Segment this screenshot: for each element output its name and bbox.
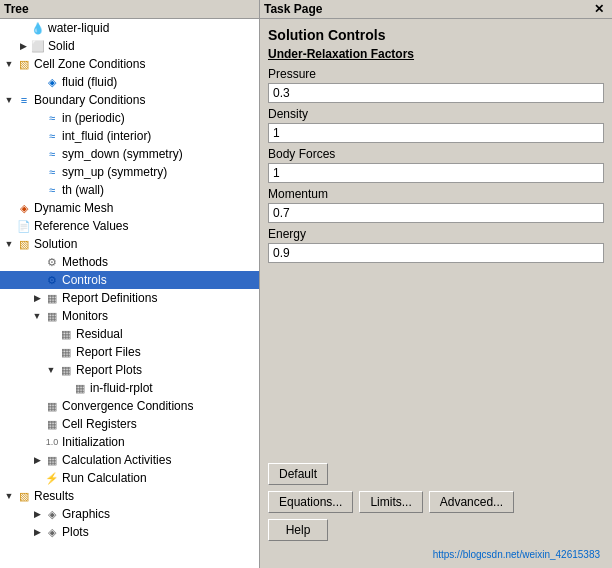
tree-item-graphics[interactable]: ◈Graphics [0,505,259,523]
expander-solution[interactable] [2,237,16,251]
expander-results[interactable] [2,489,16,503]
run-calculation-icon: ⚡ [44,470,60,486]
tree-label-cell-zone: Cell Zone Conditions [34,57,145,71]
tree-item-solid[interactable]: ⬜Solid [0,37,259,55]
field-input-body-forces[interactable] [268,163,604,183]
cell-registers-icon: ▦ [44,416,60,432]
tree-item-th-wall[interactable]: ≈th (wall) [0,181,259,199]
help-button[interactable]: Help [268,519,328,541]
field-input-momentum[interactable] [268,203,604,223]
tree-item-fluid[interactable]: ◈fluid (fluid) [0,73,259,91]
field-input-energy[interactable] [268,243,604,263]
expander-boundary[interactable] [2,93,16,107]
tree-label-convergence: Convergence Conditions [62,399,193,413]
expander-graphics[interactable] [30,507,44,521]
expander-water-liquid [16,21,30,35]
residual-icon: ▦ [58,326,74,342]
tree-item-sym-down[interactable]: ≈sym_down (symmetry) [0,145,259,163]
default-row: Default [268,463,604,485]
tree-item-reference-values[interactable]: 📄Reference Values [0,217,259,235]
tree-label-th-wall: th (wall) [62,183,104,197]
tree-item-boundary[interactable]: ≡Boundary Conditions [0,91,259,109]
expander-reference-values [2,219,16,233]
task-body: Solution Controls Under-Relaxation Facto… [260,19,612,457]
tree-label-report-defs: Report Definitions [62,291,157,305]
expander-monitors[interactable] [30,309,44,323]
tree-label-in-fluid-rplot: in-fluid-rplot [90,381,153,395]
tree-label-graphics: Graphics [62,507,110,521]
tree-label-results: Results [34,489,74,503]
field-label-energy: Energy [268,227,604,241]
tree-label-controls: Controls [62,273,107,287]
tree-item-convergence[interactable]: ▦Convergence Conditions [0,397,259,415]
tree-item-solution[interactable]: ▧Solution [0,235,259,253]
limits-button[interactable]: Limits... [359,491,422,513]
expander-solid[interactable] [16,39,30,53]
watermark: https://blogcsdn.net/weixin_42615383 [268,547,604,562]
graphics-icon: ◈ [44,506,60,522]
tree-item-plots[interactable]: ◈Plots [0,523,259,541]
tree-item-report-plots[interactable]: ▦Report Plots [0,361,259,379]
tree-item-dynamic-mesh[interactable]: ◈Dynamic Mesh [0,199,259,217]
tree-item-results[interactable]: ▧Results [0,487,259,505]
tree-item-calc-activities[interactable]: ▦Calculation Activities [0,451,259,469]
tree-body[interactable]: 💧water-liquid⬜Solid▧Cell Zone Conditions… [0,19,259,568]
expander-plots[interactable] [30,525,44,539]
tree-item-residual[interactable]: ▦Residual [0,325,259,343]
tree-item-water-liquid[interactable]: 💧water-liquid [0,19,259,37]
sym-up-icon: ≈ [44,164,60,180]
action-buttons-row: Equations...Limits...Advanced... [268,491,604,513]
default-button[interactable]: Default [268,463,328,485]
tree-label-dynamic-mesh: Dynamic Mesh [34,201,113,215]
tree-item-int-fluid[interactable]: ≈int_fluid (interior) [0,127,259,145]
expander-fluid [30,75,44,89]
help-row: Help [268,519,604,541]
close-button[interactable]: ✕ [590,2,608,16]
tree-item-cell-zone[interactable]: ▧Cell Zone Conditions [0,55,259,73]
expander-calc-activities[interactable] [30,453,44,467]
tree-label-sym-down: sym_down (symmetry) [62,147,183,161]
tree-item-report-files[interactable]: ▦Report Files [0,343,259,361]
expander-report-plots[interactable] [44,363,58,377]
tree-label-sym-up: sym_up (symmetry) [62,165,167,179]
tree-item-run-calculation[interactable]: ⚡Run Calculation [0,469,259,487]
tree-item-sym-up[interactable]: ≈sym_up (symmetry) [0,163,259,181]
calc-activities-icon: ▦ [44,452,60,468]
field-label-body-forces: Body Forces [268,147,604,161]
tree-label-water-liquid: water-liquid [48,21,109,35]
field-label-momentum: Momentum [268,187,604,201]
tree-item-report-defs[interactable]: ▦Report Definitions [0,289,259,307]
advanced-button[interactable]: Advanced... [429,491,514,513]
tree-label-report-plots: Report Plots [76,363,142,377]
report-defs-icon: ▦ [44,290,60,306]
solution-controls-title: Solution Controls [268,27,604,43]
methods-icon: ⚙ [44,254,60,270]
expander-convergence [30,399,44,413]
field-group-density: Density [268,107,604,143]
tree-header: Tree [0,0,259,19]
field-input-pressure[interactable] [268,83,604,103]
tree-item-monitors[interactable]: ▦Monitors [0,307,259,325]
expander-in-fluid-rplot [58,381,72,395]
expander-dynamic-mesh [2,201,16,215]
reference-values-icon: 📄 [16,218,32,234]
tree-item-methods[interactable]: ⚙Methods [0,253,259,271]
tree-item-in-fluid-rplot[interactable]: ▦in-fluid-rplot [0,379,259,397]
tree-item-cell-registers[interactable]: ▦Cell Registers [0,415,259,433]
expander-report-defs[interactable] [30,291,44,305]
sym-down-icon: ≈ [44,146,60,162]
field-input-density[interactable] [268,123,604,143]
convergence-icon: ▦ [44,398,60,414]
tree-label-run-calculation: Run Calculation [62,471,147,485]
equations-button[interactable]: Equations... [268,491,353,513]
solution-icon: ▧ [16,236,32,252]
in-periodic-icon: ≈ [44,110,60,126]
tree-item-initialization[interactable]: 1.0Initialization [0,433,259,451]
plots-icon: ◈ [44,524,60,540]
tree-item-in-periodic[interactable]: ≈in (periodic) [0,109,259,127]
field-label-pressure: Pressure [268,67,604,81]
tree-item-controls[interactable]: ⚙Controls [0,271,259,289]
tree-label-fluid: fluid (fluid) [62,75,117,89]
expander-cell-zone[interactable] [2,57,16,71]
field-group-momentum: Momentum [268,187,604,223]
